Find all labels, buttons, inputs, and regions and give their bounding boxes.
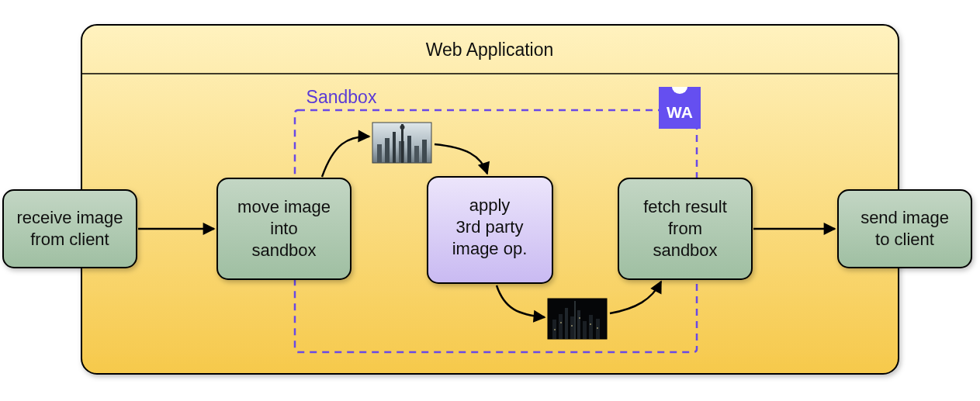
svg-rect-12 <box>393 132 396 163</box>
node-move: move image into sandbox <box>217 178 351 279</box>
svg-rect-21 <box>559 314 563 339</box>
wa-badge: WA <box>659 87 701 129</box>
svg-rect-26 <box>589 315 593 339</box>
svg-point-34 <box>554 329 556 330</box>
container-title: Web Application <box>426 40 554 60</box>
svg-rect-14 <box>407 136 411 163</box>
svg-rect-11 <box>385 138 390 163</box>
wa-badge-text: WA <box>667 103 693 121</box>
node-move-line2: into <box>270 219 297 238</box>
svg-rect-10 <box>377 144 382 163</box>
svg-point-32 <box>590 323 591 325</box>
svg-rect-25 <box>583 321 587 339</box>
node-fetch-line2: from <box>668 219 702 238</box>
svg-point-33 <box>597 327 598 329</box>
svg-rect-27 <box>596 319 600 339</box>
svg-point-29 <box>560 322 562 323</box>
node-fetch-line3: sandbox <box>653 240 717 260</box>
node-receive-line1: receive image <box>17 208 123 227</box>
node-send-line2: to client <box>875 230 934 249</box>
svg-rect-22 <box>565 308 568 339</box>
node-move-line3: sandbox <box>251 240 316 260</box>
node-apply-line1: apply <box>469 195 511 215</box>
svg-rect-16 <box>422 140 427 163</box>
output-image-thumb <box>548 299 607 339</box>
svg-point-30 <box>571 325 573 327</box>
node-apply-line3: image op. <box>452 239 528 258</box>
diagram-canvas: Web Application Sandbox WA receive image… <box>0 0 980 401</box>
node-move-line1: move image <box>237 197 331 216</box>
svg-rect-28 <box>574 301 576 339</box>
sandbox-label: Sandbox <box>306 87 377 107</box>
svg-point-18 <box>400 125 405 130</box>
svg-point-31 <box>579 317 580 319</box>
node-fetch: fetch result from sandbox <box>618 178 752 279</box>
svg-rect-17 <box>401 124 403 163</box>
node-send: send image to client <box>838 190 971 268</box>
node-fetch-line1: fetch result <box>643 197 727 216</box>
svg-rect-15 <box>414 146 419 163</box>
node-apply: apply 3rd party image op. <box>428 177 552 283</box>
node-apply-line2: 3rd party <box>456 217 524 237</box>
svg-rect-24 <box>577 310 580 339</box>
node-receive: receive image from client <box>3 190 137 268</box>
node-send-line1: send image <box>861 208 949 227</box>
input-image-thumb <box>372 123 431 163</box>
node-receive-line2: from client <box>30 230 109 249</box>
